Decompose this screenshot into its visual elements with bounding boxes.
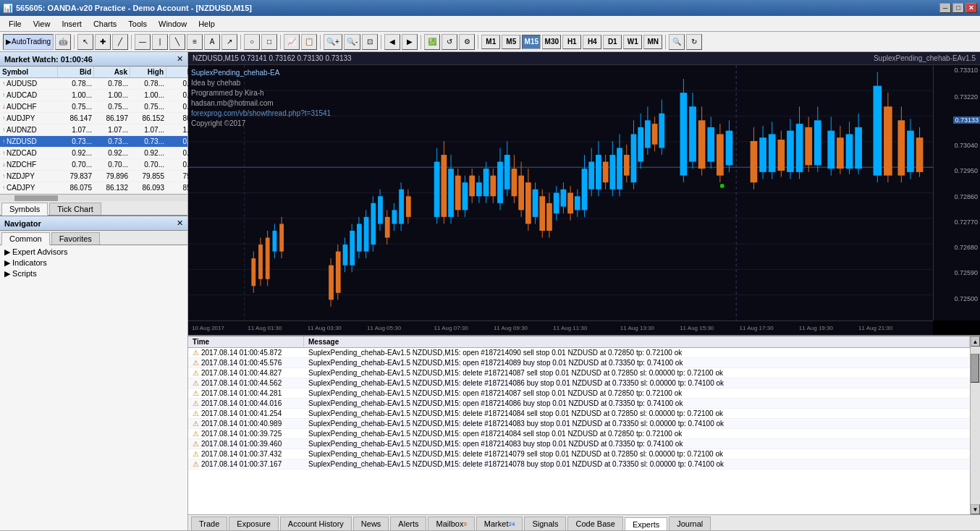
log-row[interactable]: ⚠ 2017.08.14 01:00:45.576 SuplexPending_… [188, 358, 970, 368]
scroll-track[interactable] [971, 347, 980, 504]
tab-mailbox[interactable]: Mailbox9 [428, 517, 474, 530]
menu-insert[interactable]: Insert [56, 18, 88, 30]
log-row[interactable]: ⚠ 2017.08.14 01:00:45.872 SuplexPending_… [188, 348, 970, 358]
rect-tool[interactable]: □ [261, 34, 277, 50]
tf-m1[interactable]: M1 [481, 35, 500, 49]
crosshair-tool[interactable]: ✚ [95, 34, 111, 50]
market-watch-row-audjpy[interactable]: ↑ AUDJPY 86.147 86.197 86.152 86.0 [0, 113, 187, 124]
market-watch-row-nzdchf[interactable]: ↓ NZDCHF 0.70... 0.70... 0.70... 0.70 [0, 159, 187, 171]
log-row[interactable]: ⚠ 2017.08.14 01:00:39.725 SuplexPending_… [188, 429, 970, 439]
market-watch-row-nzdusd[interactable]: ↑ NZDUSD 0.73... 0.73... 0.73... 0.72 [0, 136, 187, 148]
log-row[interactable]: ⚠ 2017.08.14 01:00:41.254 SuplexPending_… [188, 409, 970, 419]
trade-btn[interactable]: 💹 [424, 34, 440, 50]
log-row[interactable]: ⚠ 2017.08.14 01:00:44.562 SuplexPending_… [188, 378, 970, 388]
log-row[interactable]: ⚠ 2017.08.14 01:00:40.989 SuplexPending_… [188, 419, 970, 429]
tab-symbols[interactable]: Symbols [1, 203, 48, 216]
market-watch-row-audnzd[interactable]: ↑ AUDNZD 1.07... 1.07... 1.07... 1.07 [0, 124, 187, 136]
zoom-in-btn[interactable]: 🔍+ [324, 34, 342, 50]
log-row[interactable]: ⚠ 2017.08.14 01:00:37.167 SuplexPending_… [188, 459, 970, 470]
nav-item-2[interactable]: ▶ Indicators [1, 258, 186, 268]
settings-btn[interactable]: ⚙ [459, 34, 475, 50]
ellipse-tool[interactable]: ○ [244, 34, 260, 50]
template-tool[interactable]: 📋 [301, 34, 317, 50]
log-row[interactable]: ⚠ 2017.08.14 01:00:37.432 SuplexPending_… [188, 449, 970, 459]
svg-rect-31 [357, 224, 362, 251]
tab-tick-chart[interactable]: Tick Chart [49, 203, 101, 215]
tf-m15[interactable]: M15 [522, 35, 541, 49]
tab-codebase[interactable]: Code Base [567, 517, 622, 530]
scroll-thumb[interactable] [971, 354, 979, 383]
market-watch-row-audcad[interactable]: ↑ AUDCAD 1.00... 1.00... 1.00... 0.99 [0, 90, 187, 101]
ea-programmer: Programmed by Kira-h [191, 88, 331, 98]
menu-help[interactable]: Help [193, 18, 221, 30]
tab-market[interactable]: Market24 [476, 517, 523, 530]
refresh-btn[interactable]: ↺ [442, 34, 457, 50]
log-row[interactable]: ⚠ 2017.08.14 01:00:39.460 SuplexPending_… [188, 439, 970, 449]
scroll-down-btn[interactable]: ▼ [971, 504, 980, 514]
market-watch-row-audusd[interactable]: ↑ AUDUSD 0.78... 0.78... 0.78... 0.78 [0, 78, 187, 90]
log-row[interactable]: ⚠ 2017.08.14 01:00:44.281 SuplexPending_… [188, 388, 970, 399]
market-watch-row-nzdcad[interactable]: ↑ NZDCAD 0.92... 0.92... 0.92... 0.92 [0, 148, 187, 159]
menu-charts[interactable]: Charts [88, 18, 122, 30]
line-tool[interactable]: ╱ [112, 34, 128, 50]
menu-window[interactable]: Window [153, 18, 193, 30]
tab-experts[interactable]: Experts [625, 517, 667, 530]
scroll-thumb[interactable] [14, 195, 58, 201]
vline-tool[interactable]: | [152, 34, 168, 50]
cursor-tool[interactable]: ↖ [77, 34, 93, 50]
tf-mn[interactable]: MN [643, 35, 662, 49]
minimize-button[interactable]: ─ [939, 3, 951, 13]
nav-item-3[interactable]: ▶ Scripts [1, 268, 186, 279]
expert-icon-btn[interactable]: 🤖 [55, 34, 71, 50]
channel-tool[interactable]: ╲ [169, 34, 185, 50]
tf-d1[interactable]: D1 [603, 35, 622, 49]
navigator-panel: Navigator ✕ Common Favorites ▶ Expert Ad… [0, 216, 187, 530]
log-scrollbar[interactable]: ▲ ▼ [970, 336, 980, 514]
tab-news[interactable]: News [353, 517, 389, 530]
market-watch-row-audchf[interactable]: ↓ AUDCHF 0.75... 0.75... 0.75... 0.75 [0, 101, 187, 113]
log-table[interactable]: Time Message ⚠ 2017.08.14 01:00:45.872 S… [188, 336, 970, 514]
navigator-close[interactable]: ✕ [177, 218, 183, 228]
market-watch-close[interactable]: ✕ [177, 54, 183, 64]
autotrading-button[interactable]: ▶ AutoTrading [3, 34, 54, 50]
nav-item-1[interactable]: ▶ Expert Advisors [1, 247, 186, 258]
arrow-tool[interactable]: ↗ [221, 34, 237, 50]
maximize-button[interactable]: □ [952, 3, 964, 13]
scroll-up-btn[interactable]: ▲ [971, 336, 980, 347]
tab-signals[interactable]: Signals [524, 517, 566, 530]
text-tool[interactable]: A [204, 34, 220, 50]
reload-btn[interactable]: ↻ [686, 34, 702, 50]
market-watch-scrollbar[interactable] [0, 194, 187, 201]
fib-tool[interactable]: ≡ [187, 34, 203, 50]
search-btn[interactable]: 🔍 [669, 34, 685, 50]
menu-file[interactable]: File [3, 18, 28, 30]
tab-favorites[interactable]: Favorites [51, 232, 100, 245]
scroll-right-btn[interactable]: ▶ [402, 34, 418, 50]
chart-canvas[interactable]: SuplexPending_chehab-EA Idea by chehab P… [188, 65, 980, 335]
log-row[interactable]: ⚠ 2017.08.14 01:00:44.016 SuplexPending_… [188, 399, 970, 409]
tf-h4[interactable]: H4 [583, 35, 601, 49]
menu-view[interactable]: View [28, 18, 56, 30]
tab-alerts[interactable]: Alerts [390, 517, 426, 530]
menu-tools[interactable]: Tools [122, 18, 153, 30]
tf-w1[interactable]: W1 [623, 35, 642, 49]
hline-tool[interactable]: — [135, 34, 151, 50]
tf-h1[interactable]: H1 [562, 35, 581, 49]
fit-btn[interactable]: ⊡ [362, 34, 378, 50]
tab-account-history[interactable]: Account History [280, 517, 352, 530]
tab-journal[interactable]: Journal [669, 517, 711, 530]
tab-common[interactable]: Common [1, 232, 50, 245]
indicator-tool[interactable]: 📈 [284, 34, 300, 50]
tf-m30[interactable]: M30 [542, 35, 561, 49]
close-button[interactable]: ✕ [966, 3, 977, 13]
market-watch-row-cadjpy[interactable]: ↑ CADJPY 86.075 86.132 86.093 85.9 [0, 182, 187, 194]
market-watch-row-nzdjpy[interactable]: ↑ NZDJPY 79.837 79.896 79.855 79.6 [0, 171, 187, 182]
scroll-track[interactable] [0, 195, 187, 201]
tab-trade[interactable]: Trade [191, 517, 227, 530]
zoom-out-btn[interactable]: 🔍- [344, 34, 360, 50]
log-time: ⚠ 2017.08.14 01:00:39.725 [188, 429, 304, 438]
scroll-left-btn[interactable]: ◀ [384, 34, 400, 50]
log-row[interactable]: ⚠ 2017.08.14 01:00:44.827 SuplexPending_… [188, 368, 970, 378]
tab-exposure[interactable]: Exposure [229, 517, 278, 530]
tf-m5[interactable]: M5 [502, 35, 520, 49]
